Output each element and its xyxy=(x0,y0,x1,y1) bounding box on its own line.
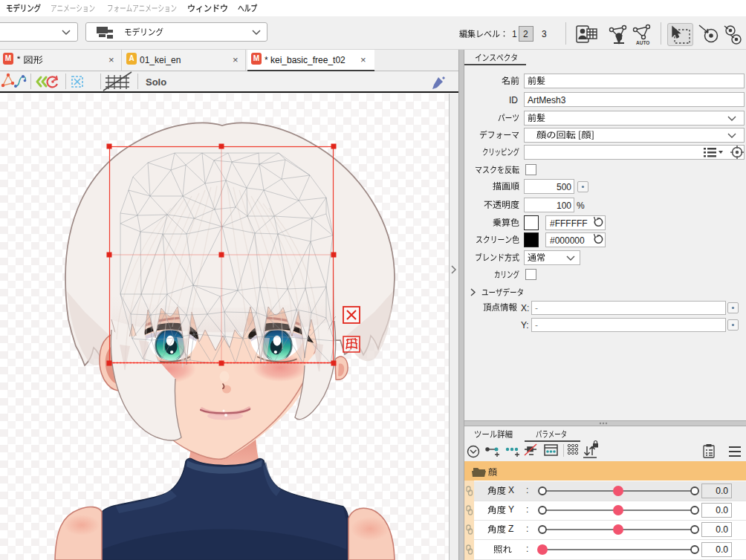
svg-text:AUTO: AUTO xyxy=(636,40,649,45)
